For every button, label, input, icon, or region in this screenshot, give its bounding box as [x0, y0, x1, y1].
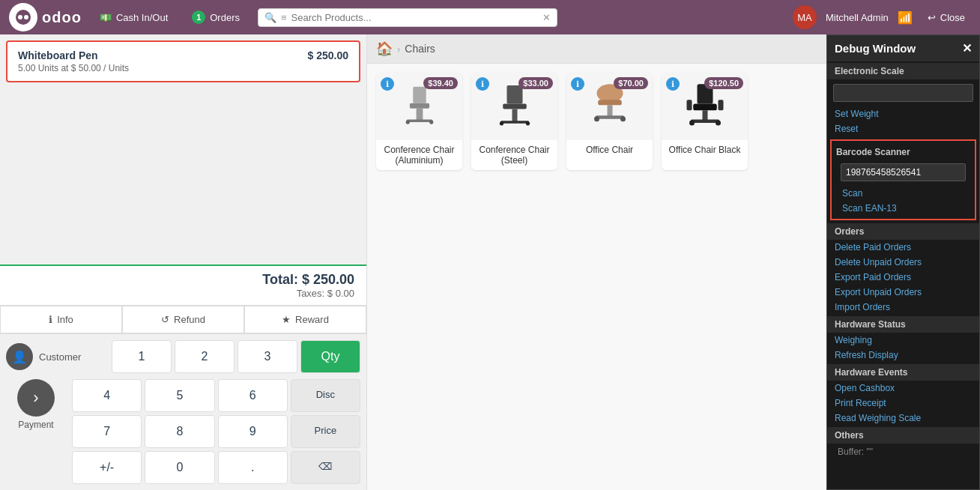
- product-info-badge-2: ℹ: [571, 77, 584, 91]
- debug-read-weighing-link[interactable]: Read Weighing Scale: [827, 411, 979, 426]
- product-card-1[interactable]: $33.00 ℹ Conference Chair (Steel): [471, 73, 557, 170]
- svg-point-13: [499, 121, 503, 125]
- tax-line: Taxes: $ 0.00: [12, 288, 354, 299]
- debug-title-bar: Debug Window ✕: [827, 35, 979, 61]
- debug-scan-link[interactable]: Scan: [835, 186, 972, 201]
- numpad-area: 👤 Customer 1 2 3 Qty › Payment 4: [0, 333, 366, 490]
- product-name-1: Conference Chair (Steel): [471, 140, 557, 170]
- debug-scale-input[interactable]: [833, 84, 973, 102]
- svg-rect-12: [500, 121, 529, 124]
- product-card-2[interactable]: $70.00 ℹ Office Chair: [566, 73, 653, 170]
- debug-refresh-display-link[interactable]: Refresh Display: [827, 348, 979, 363]
- svg-rect-26: [690, 120, 719, 123]
- debug-export-paid-link[interactable]: Export Paid Orders: [827, 270, 979, 285]
- svg-point-28: [716, 120, 721, 125]
- home-icon[interactable]: 🏠: [376, 40, 393, 57]
- svg-point-2: [24, 15, 28, 19]
- key-dot[interactable]: .: [218, 451, 288, 484]
- avatar: MA: [793, 5, 817, 29]
- total-label: Total:: [262, 272, 298, 287]
- left-panel: Whiteboard Pen 5.00 Units at $ 50.00 / U…: [0, 34, 367, 490]
- close-button[interactable]: ↩ Close: [922, 9, 971, 26]
- payment-button[interactable]: ›: [17, 379, 55, 417]
- svg-point-27: [689, 120, 695, 125]
- numpad-grid: 1 2 3 Qty: [112, 340, 360, 373]
- info-label: Info: [57, 314, 73, 325]
- product-card-3[interactable]: $120.50 ℹ Office Chair Black: [662, 73, 748, 170]
- debug-scan-ean-link[interactable]: Scan EAN-13: [835, 201, 972, 216]
- key-4[interactable]: 4: [72, 379, 142, 412]
- orders-button[interactable]: 1 Orders: [186, 7, 246, 27]
- action-buttons: ℹ Info ↺ Refund ★ Reward: [0, 305, 366, 333]
- close-label: Close: [940, 12, 965, 23]
- svg-rect-17: [607, 105, 612, 117]
- list-icon: ≡: [281, 12, 287, 23]
- debug-reset-link[interactable]: Reset: [827, 121, 979, 136]
- svg-point-8: [429, 120, 433, 124]
- reward-button[interactable]: ★ Reward: [244, 306, 366, 333]
- topbar-right: MA Mitchell Admin 📶 ↩ Close: [793, 5, 971, 29]
- customer-icon: 👤: [6, 343, 33, 370]
- svg-rect-25: [702, 110, 707, 121]
- key-5[interactable]: 5: [145, 379, 214, 412]
- key-plusminus[interactable]: +/-: [72, 451, 142, 484]
- debug-barcode-input[interactable]: [841, 163, 966, 181]
- total-value: $ 250.00: [302, 272, 354, 287]
- product-name-2: Office Chair: [566, 140, 653, 160]
- main: Whiteboard Pen 5.00 Units at $ 50.00 / U…: [0, 34, 980, 490]
- key-8[interactable]: 8: [145, 415, 214, 448]
- search-input[interactable]: [291, 12, 538, 23]
- refund-button[interactable]: ↺ Refund: [122, 306, 244, 333]
- svg-point-7: [405, 120, 409, 124]
- debug-set-weight-link[interactable]: Set Weight: [827, 106, 979, 121]
- numpad-rows: 4 5 6 Disc 7 8 9 Price +/- 0 . ⌫: [72, 379, 360, 484]
- order-item-info: Whiteboard Pen 5.00 Units at $ 50.00 / U…: [18, 49, 129, 73]
- payment-label: Payment: [18, 420, 53, 430]
- search-box: 🔍 ≡ ✕: [258, 8, 557, 27]
- barcode-scanner-section: Barcode Scanner Scan Scan EAN-13: [830, 139, 976, 220]
- svg-point-19: [594, 116, 599, 121]
- refund-label: Refund: [174, 314, 205, 325]
- clear-search-icon[interactable]: ✕: [542, 12, 551, 23]
- product-info-badge-3: ℹ: [666, 77, 680, 91]
- key-0[interactable]: 0: [145, 451, 214, 484]
- debug-export-unpaid-link[interactable]: Export Unpaid Orders: [827, 285, 979, 300]
- debug-delete-unpaid-link[interactable]: Delete Unpaid Orders: [827, 255, 979, 270]
- key-3[interactable]: 3: [238, 340, 297, 373]
- info-icon: ℹ: [49, 314, 52, 325]
- info-button[interactable]: ℹ Info: [0, 306, 122, 333]
- key-9[interactable]: 9: [218, 415, 288, 448]
- debug-open-cashbox-link[interactable]: Open Cashbox: [827, 381, 979, 396]
- customer-row: 👤 Customer 1 2 3 Qty: [6, 340, 360, 373]
- debug-close-button[interactable]: ✕: [962, 41, 972, 55]
- product-card-0[interactable]: $39.40 ℹ Conference Chair (Aluminium): [376, 73, 462, 170]
- key-price[interactable]: Price: [291, 415, 360, 448]
- barcode-scanner-header: Barcode Scanner: [835, 145, 972, 159]
- key-qty[interactable]: Qty: [300, 340, 360, 373]
- breadcrumb-category: Chairs: [405, 43, 435, 55]
- key-1[interactable]: 1: [112, 340, 172, 373]
- order-item-price: $ 250.00: [308, 49, 349, 61]
- refund-icon: ↺: [161, 314, 169, 325]
- key-2[interactable]: 2: [175, 340, 235, 373]
- orders-label: Orders: [210, 12, 240, 23]
- customer-section: 👤 Customer: [6, 343, 106, 370]
- debug-import-orders-link[interactable]: Import Orders: [827, 300, 979, 315]
- right-panel: 🏠 › Chairs $39.40 ℹ: [367, 34, 826, 490]
- key-6[interactable]: 6: [218, 379, 288, 412]
- key-disc[interactable]: Disc: [291, 379, 360, 412]
- product-info-badge-0: ℹ: [381, 77, 394, 91]
- svg-rect-23: [686, 100, 692, 110]
- key-7[interactable]: 7: [72, 415, 142, 448]
- debug-delete-paid-link[interactable]: Delete Paid Orders: [827, 240, 979, 255]
- debug-print-receipt-link[interactable]: Print Receipt: [827, 396, 979, 411]
- taxes-value: $ 0.00: [327, 288, 354, 299]
- debug-window: Debug Window ✕ Electronic Scale Set Weig…: [826, 34, 980, 490]
- order-item[interactable]: Whiteboard Pen 5.00 Units at $ 50.00 / U…: [6, 40, 360, 82]
- cash-inout-button[interactable]: 💵 Cash In/Out: [94, 9, 174, 26]
- key-backspace[interactable]: ⌫: [291, 451, 360, 484]
- star-icon: ★: [282, 314, 291, 325]
- debug-hardware-status-header: Hardware Status: [827, 316, 979, 333]
- debug-weighing-link[interactable]: Weighing: [827, 333, 979, 348]
- svg-rect-22: [693, 104, 717, 111]
